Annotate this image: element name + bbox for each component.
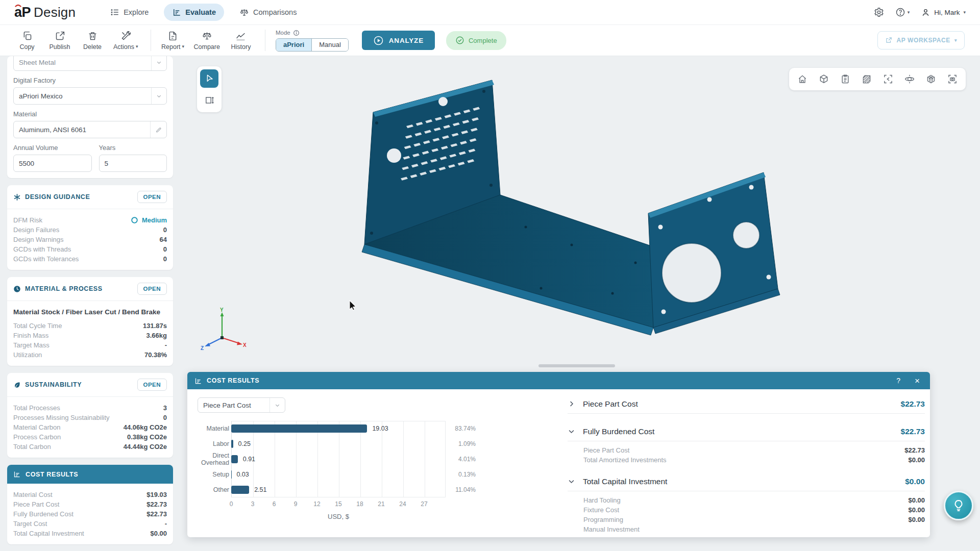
cost-tree-child-label: Fixture Cost xyxy=(583,506,619,514)
years-input[interactable] xyxy=(99,155,167,172)
person-icon xyxy=(921,8,930,17)
stat-value: 3.66kg xyxy=(146,332,167,339)
cad-model-sheet-metal-part[interactable] xyxy=(357,74,786,360)
tab-comparisons[interactable]: Comparisons xyxy=(231,4,305,21)
measure-tool[interactable] xyxy=(200,91,218,109)
sustainability-card: SUSTAINABILITY OPEN Total Processes3Proc… xyxy=(7,373,173,458)
info-icon[interactable] xyxy=(293,30,300,36)
chart-tick-label: 12 xyxy=(313,500,320,508)
user-menu[interactable]: Hi, Mark ▾ xyxy=(921,8,966,17)
material-process-stats: Total Cycle Time131.87sFinish Mass3.66kg… xyxy=(13,321,167,360)
panel-help-button[interactable]: ? xyxy=(893,377,903,385)
status-badge-complete: Complete xyxy=(446,31,506,50)
asterisk-icon xyxy=(13,193,21,201)
chevron-down-icon xyxy=(270,398,285,412)
viewport-scrollbar[interactable] xyxy=(538,364,615,367)
cost-tree-child-row: Manual Investment xyxy=(583,524,925,534)
analyze-button[interactable]: ANALYZE xyxy=(362,31,435,50)
copy-button[interactable]: Copy xyxy=(15,31,39,51)
dfm-risk-row: DFM Risk Medium xyxy=(13,215,167,225)
actions-menu-button[interactable]: Actions▾ xyxy=(113,31,138,51)
stat-value: - xyxy=(165,520,167,528)
publish-button[interactable]: Publish xyxy=(48,31,71,51)
app-logo: aP Design xyxy=(14,5,76,20)
cost-tree-child-label: Hard Tooling xyxy=(583,496,621,504)
snapshot-button[interactable] xyxy=(943,70,962,88)
tab-explore[interactable]: Explore xyxy=(102,4,157,21)
chevron-down-icon: ▾ xyxy=(954,38,957,43)
section-view-button[interactable] xyxy=(857,70,876,88)
annual-volume-label: Annual Volume xyxy=(13,144,92,152)
axis-z-label: Z xyxy=(201,345,204,351)
home-view-button[interactable] xyxy=(793,70,812,88)
stat-value: 0 xyxy=(163,245,167,253)
cost-tree-child-value: $22.73 xyxy=(904,446,925,454)
cost-metric-dropdown[interactable]: Piece Part Cost xyxy=(198,397,285,413)
cost-tree-node[interactable]: Fully Burdened Cost$22.73 xyxy=(568,422,925,441)
fit-view-button[interactable] xyxy=(879,70,897,88)
stat-row: Target Cost- xyxy=(13,519,167,529)
exploded-view-button[interactable] xyxy=(922,70,940,88)
open-design-guidance-button[interactable]: OPEN xyxy=(137,191,167,203)
stat-label: Target Cost xyxy=(13,520,47,528)
evaluate-icon xyxy=(172,8,181,17)
chart-bar[interactable] xyxy=(231,470,232,479)
orbit-rotate-button[interactable] xyxy=(900,70,919,88)
process-group-select[interactable]: Sheet Metal xyxy=(13,56,167,71)
digital-factory-select[interactable]: aPriori Mexico xyxy=(13,87,167,105)
chevron-right-icon[interactable] xyxy=(568,400,575,408)
cost-tree-child-value: $0.00 xyxy=(908,506,925,514)
mode-option-apriori[interactable]: aPriori xyxy=(276,39,312,51)
chart-row: Setup0.030.13% xyxy=(198,467,476,482)
chart-bar[interactable] xyxy=(231,455,238,463)
cost-results-panel-header[interactable]: COST RESULTS ? × xyxy=(187,372,930,389)
chevron-down-icon[interactable] xyxy=(568,428,575,435)
stat-value: - xyxy=(165,341,167,349)
chart-bar-track: 0.03 xyxy=(231,467,446,482)
isometric-view-button[interactable] xyxy=(815,70,833,88)
stat-row: Material Cost$19.03 xyxy=(13,490,167,499)
compare-button[interactable]: Compare xyxy=(194,31,220,51)
chevron-down-icon[interactable] xyxy=(568,478,575,485)
cost-results-stats: Material Cost$19.03Piece Part Cost$22.73… xyxy=(13,490,167,538)
chevron-down-icon: ▾ xyxy=(136,44,138,49)
panel-close-button[interactable]: × xyxy=(912,376,923,386)
open-sustainability-button[interactable]: OPEN xyxy=(137,379,167,391)
ap-workspace-button[interactable]: AP WORKSPACE ▾ xyxy=(877,31,965,49)
material-field[interactable]: Aluminum, ANSI 6061 xyxy=(13,121,167,138)
tab-evaluate[interactable]: Evaluate xyxy=(164,4,224,21)
chart-bar[interactable] xyxy=(231,486,249,494)
chart-bar[interactable] xyxy=(231,424,367,433)
stat-value: $22.73 xyxy=(146,510,167,518)
annual-volume-input[interactable] xyxy=(13,155,92,172)
cost-tree-child-row: Total Amortized Investments$0.00 xyxy=(583,455,925,465)
report-menu-button[interactable]: Report▾ xyxy=(161,31,185,51)
chart-tick-label: 6 xyxy=(273,500,276,508)
cost-tree-node[interactable]: Piece Part Cost$22.73 xyxy=(568,394,925,414)
cost-tree-node[interactable]: Total Capital Investment$0.00 xyxy=(568,472,925,491)
line-chart-icon xyxy=(235,31,246,41)
delete-button[interactable]: Delete xyxy=(81,31,104,51)
part-details-button[interactable] xyxy=(836,70,854,88)
lightbulb-icon xyxy=(952,499,965,512)
chart-row: Labor0.251.09% xyxy=(198,436,476,452)
chart-tick-label: 0 xyxy=(230,500,233,508)
left-sidebar: Sheet Metal Digital Factory aPriori Mexi… xyxy=(0,56,180,551)
select-cursor-tool[interactable] xyxy=(200,69,218,88)
chart-bar[interactable] xyxy=(231,440,233,448)
edit-pencil-icon[interactable] xyxy=(150,121,166,138)
stat-value: 70.38% xyxy=(144,351,167,359)
cost-tree-child-value: $0.00 xyxy=(908,456,925,464)
stat-label: Total Processes xyxy=(13,404,60,412)
external-link-icon xyxy=(885,37,892,44)
mode-option-manual[interactable]: Manual xyxy=(312,39,348,51)
chart-row: Direct Overhead0.914.01% xyxy=(198,452,476,467)
risk-ring-icon xyxy=(131,216,138,224)
stat-value: 0.38kg CO2e xyxy=(127,433,167,441)
open-material-process-button[interactable]: OPEN xyxy=(137,283,167,295)
settings-gear-icon[interactable] xyxy=(874,7,884,17)
stat-label: Target Mass xyxy=(13,341,50,349)
history-button[interactable]: History xyxy=(229,31,253,51)
assistant-fab-button[interactable] xyxy=(944,491,973,520)
help-menu[interactable]: ▾ xyxy=(895,7,910,17)
